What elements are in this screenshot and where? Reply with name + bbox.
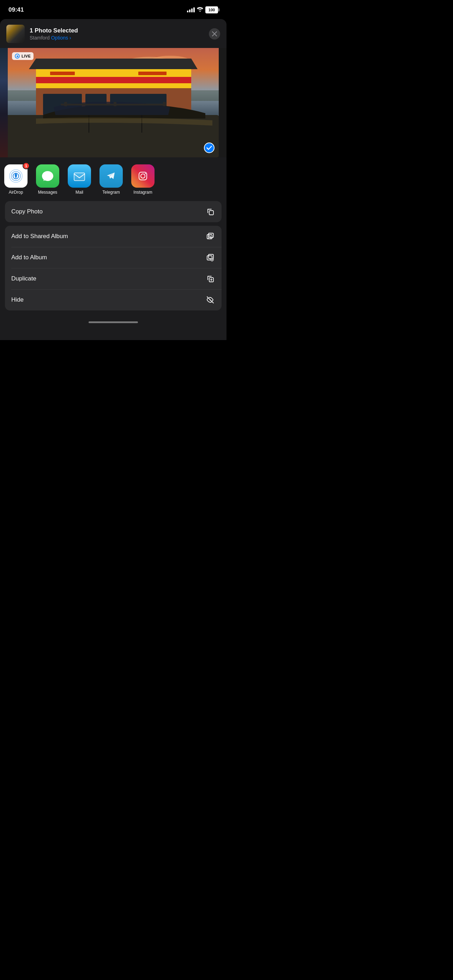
svg-rect-40: [208, 255, 213, 259]
svg-point-33: [141, 174, 145, 178]
mail-app-icon: [68, 164, 91, 188]
share-sheet: 1 AirDrop Messages: [0, 158, 227, 340]
share-title: 1 Photo Selected: [30, 27, 204, 34]
add-album-label: Add to Album: [11, 254, 47, 261]
copy-photo-button[interactable]: Copy Photo: [5, 201, 222, 222]
svg-rect-36: [207, 235, 212, 239]
svg-rect-23: [114, 102, 116, 106]
messages-share-button[interactable]: Messages: [32, 164, 64, 195]
signal-bars-icon: [187, 7, 195, 12]
duplicate-button[interactable]: Duplicate: [5, 268, 222, 289]
svg-rect-15: [138, 72, 167, 75]
svg-rect-22: [64, 102, 67, 106]
live-circle-icon: [15, 54, 20, 59]
photo-strip: LIVE: [0, 48, 227, 158]
actions-section: Copy Photo Add to Shared Album: [5, 201, 222, 310]
options-chevron: ›: [70, 35, 71, 41]
app-icons-row: 1 AirDrop Messages: [0, 158, 227, 197]
add-shared-album-icon: [205, 231, 215, 241]
svg-rect-35: [209, 211, 213, 215]
add-shared-album-label: Add to Shared Album: [11, 233, 68, 240]
status-time: 09:41: [8, 6, 24, 13]
add-album-icon: [205, 253, 215, 262]
airdrop-badge: 1: [22, 162, 30, 169]
svg-rect-8: [36, 77, 191, 83]
instagram-label: Instagram: [134, 190, 152, 195]
photo-background: [8, 48, 219, 158]
duplicate-icon: [205, 274, 215, 284]
add-to-album-button[interactable]: Add to Album: [5, 247, 222, 268]
status-bar: 09:41 100: [0, 0, 227, 18]
close-button[interactable]: [209, 28, 220, 40]
photo-right-side: [219, 48, 227, 158]
hide-label: Hide: [11, 296, 24, 303]
album-actions-group: Add to Shared Album Add to Album: [5, 226, 222, 310]
svg-rect-14: [50, 72, 75, 75]
add-to-shared-album-button[interactable]: Add to Shared Album: [5, 226, 222, 247]
home-bar: [89, 321, 138, 323]
mail-label: Mail: [75, 190, 83, 195]
instagram-app-icon: [131, 164, 154, 188]
messages-label: Messages: [38, 190, 57, 195]
airdrop-app-icon: 1: [4, 164, 27, 188]
hide-button[interactable]: Hide: [5, 289, 222, 310]
status-icons: 100: [187, 6, 218, 13]
battery-icon: 100: [205, 6, 218, 13]
svg-rect-29: [16, 175, 17, 178]
airdrop-share-button[interactable]: 1 AirDrop: [0, 164, 32, 195]
svg-rect-30: [74, 173, 85, 181]
share-subtitle: Stamford Options ›: [30, 35, 204, 41]
telegram-share-button[interactable]: Telegram: [95, 164, 127, 195]
copy-photo-icon: [205, 207, 215, 216]
svg-rect-37: [208, 233, 213, 237]
live-text: LIVE: [22, 54, 31, 58]
selected-photo-thumbnail: [6, 25, 25, 43]
wifi-icon: [197, 7, 203, 13]
share-header: 1 Photo Selected Stamford Options ›: [0, 19, 227, 48]
share-header-info: 1 Photo Selected Stamford Options ›: [30, 27, 204, 41]
airdrop-label: AirDrop: [9, 190, 23, 195]
location-label: Stamford: [30, 35, 50, 41]
main-photo[interactable]: LIVE: [8, 48, 219, 158]
copy-photo-group: Copy Photo: [5, 201, 222, 222]
hide-icon: [205, 295, 215, 305]
options-link[interactable]: Options: [51, 35, 68, 41]
messages-app-icon: [36, 164, 59, 188]
mail-share-button[interactable]: Mail: [64, 164, 95, 195]
duplicate-label: Duplicate: [11, 275, 37, 282]
telegram-label: Telegram: [102, 190, 119, 195]
home-indicator: [0, 314, 227, 326]
copy-photo-label: Copy Photo: [11, 208, 43, 215]
svg-rect-9: [36, 83, 191, 88]
svg-point-34: [145, 173, 146, 174]
live-badge: LIVE: [12, 52, 33, 60]
photo-selected-checkmark[interactable]: [204, 143, 215, 153]
telegram-app-icon: [100, 164, 123, 188]
svg-rect-24: [163, 102, 166, 106]
photo-left-side: [0, 48, 8, 158]
instagram-share-button[interactable]: Instagram: [127, 164, 159, 195]
